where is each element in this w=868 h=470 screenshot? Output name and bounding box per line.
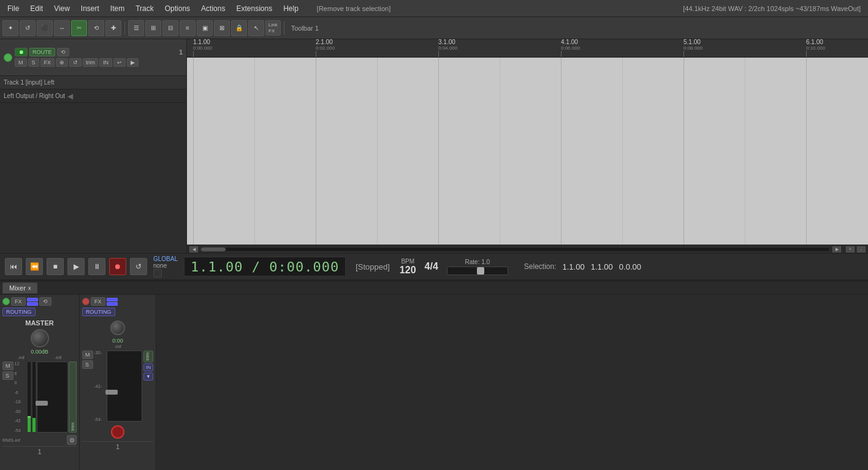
track-in-button[interactable]: IN	[99, 58, 112, 67]
transport-record-btn[interactable]: ⏺	[109, 258, 126, 275]
ch2-routing-btn[interactable]: ROUTING	[82, 308, 115, 316]
bpm-value[interactable]: 120	[400, 265, 416, 276]
ch2-header: FX	[82, 297, 153, 306]
master-power-btn[interactable]	[2, 298, 10, 305]
toolbar-btn-11[interactable]: ≡	[180, 20, 196, 36]
toolbar-btn-1[interactable]: ✦	[2, 20, 18, 36]
rate-slider-thumb[interactable]	[477, 267, 484, 275]
ch2-volume-knob[interactable]	[110, 320, 125, 335]
track-solo-button[interactable]: S	[28, 58, 39, 67]
master-volume-knob[interactable]	[31, 329, 49, 347]
master-routing-btn[interactable]: ROUTING	[2, 308, 36, 316]
scroll-plus-btn[interactable]: +	[846, 246, 855, 252]
mixer-tab[interactable]: Mixer x	[2, 282, 37, 294]
track-mute-button[interactable]: M	[15, 58, 27, 67]
track-trim-button[interactable]: trim	[83, 58, 98, 67]
toolbar-btn-3[interactable]: ⬛	[37, 20, 53, 36]
toolbar-btn-13[interactable]: ⊠	[214, 20, 230, 36]
menu-options[interactable]: Options	[160, 3, 195, 14]
rate-slider[interactable]	[447, 267, 508, 275]
track-loop-btn[interactable]: ↺	[69, 58, 82, 67]
ch2-trim-btn[interactable]: trim	[143, 351, 153, 362]
scroll-left-btn[interactable]: ◀	[189, 246, 198, 252]
global-config-btn[interactable]	[153, 269, 162, 278]
toolbar-btn-9[interactable]: ⊞	[145, 20, 161, 36]
scroll-minus-btn[interactable]: -	[857, 246, 866, 252]
ch2-route-top-btn[interactable]	[107, 298, 118, 301]
ch2-in-btn[interactable]: IN	[143, 363, 153, 371]
ch2-fader-track[interactable]	[107, 351, 143, 422]
menu-help[interactable]: Help	[278, 3, 303, 14]
output-text: Left Output / Right Out	[4, 93, 65, 99]
track-monitor-btn[interactable]: ↩	[113, 58, 126, 67]
toolbar-btn-cursor[interactable]: ↖	[248, 20, 264, 36]
transport-loop-btn[interactable]: ↺	[130, 258, 147, 275]
mixer-tab-close-btn[interactable]: x	[28, 285, 31, 291]
track-route-button[interactable]: ROUTE	[29, 48, 55, 56]
output-arrow-icon: ◀	[67, 92, 73, 100]
global-label: GLOBAL	[153, 256, 178, 262]
master-fx-btn[interactable]: FX	[11, 297, 26, 306]
scroll-track[interactable]	[200, 247, 830, 252]
link-fx-button[interactable]: LinkFX	[265, 20, 281, 36]
track-power-button[interactable]	[4, 53, 12, 62]
toolbar-btn-5[interactable]: ✂	[71, 20, 87, 36]
menu-view[interactable]: View	[49, 3, 75, 14]
ch2-fx-btn[interactable]: FX	[91, 297, 105, 306]
ch2-in-down-btn[interactable]: ▼	[143, 373, 153, 381]
ch2-solo-btn[interactable]: S	[82, 360, 93, 369]
ch2-power-btn[interactable]	[82, 298, 89, 305]
transport-begin-btn[interactable]: ⏮	[5, 258, 22, 275]
ch2-vol-sub: -inf	[82, 344, 153, 349]
toolbar-btn-7[interactable]: ✚	[105, 20, 121, 36]
transport-time-sig[interactable]: 4/4	[420, 261, 443, 272]
toolbar-btn-2[interactable]: ↺	[20, 20, 36, 36]
master-trim-btn[interactable]: trim	[69, 362, 77, 433]
master-solo-btn[interactable]: S	[2, 371, 13, 380]
track-arrow-btn[interactable]: ▶	[127, 58, 139, 67]
master-route-top-btn[interactable]	[27, 298, 38, 301]
transport-pause-btn[interactable]: ⏸	[88, 258, 105, 275]
toolbar-btn-6[interactable]: ⟲	[88, 20, 104, 36]
master-mute-btn[interactable]: M	[2, 362, 13, 370]
transport-bpm-area: BPM 120	[400, 258, 416, 276]
menu-extensions[interactable]: Extensions	[231, 3, 277, 14]
ch2-fader-thumb[interactable]	[105, 390, 118, 395]
transport-play-btn[interactable]: ▶	[67, 258, 85, 275]
transport-back-btn[interactable]: ⏪	[26, 258, 43, 275]
ch2-route-bot-btn[interactable]	[107, 302, 118, 306]
ch2-inf: -inf	[114, 344, 121, 349]
menu-file[interactable]: File	[2, 3, 24, 14]
track-record-arm[interactable]: ⏺	[15, 48, 28, 56]
toolbar-btn-14[interactable]: 🔒	[231, 20, 247, 36]
track-phase-btn[interactable]: ⊕	[56, 58, 68, 67]
menu-bar: File Edit View Insert Item Track Options…	[0, 0, 868, 17]
master-settings-btn[interactable]: ⚙	[67, 435, 77, 445]
ch2-vol-display: 0:00	[82, 338, 153, 344]
app: File Edit View Insert Item Track Options…	[0, 0, 868, 470]
ch2-right-btns: trim IN ▼	[143, 351, 153, 422]
track-fx-button[interactable]: FX	[40, 58, 55, 67]
scroll-right-btn[interactable]: ▶	[832, 246, 841, 252]
mixer-content: FX ⟲ ROUTING MASTER 0.00dB	[0, 295, 868, 470]
toolbar-btn-4[interactable]: ↔	[54, 20, 70, 36]
menu-actions[interactable]: Actions	[196, 3, 230, 14]
menu-edit[interactable]: Edit	[25, 3, 48, 14]
menu-insert[interactable]: Insert	[76, 3, 104, 14]
transport-stop-btn[interactable]: ■	[47, 258, 64, 275]
left-track-panel: ⏺ ROUTE ⟲ 1 M S FX ⊕ ↺ trim IN	[0, 39, 187, 253]
master-fader-thumb[interactable]	[36, 401, 48, 406]
ch2-record-btn[interactable]	[111, 425, 124, 439]
toolbar-btn-12[interactable]: ▣	[197, 20, 213, 36]
master-fader-track[interactable]	[37, 362, 69, 433]
master-route-bot-btn[interactable]	[27, 302, 38, 306]
ch2-mute-btn[interactable]: M	[82, 351, 93, 359]
menu-item[interactable]: Item	[105, 3, 129, 14]
toolbar-btn-10[interactable]: ⊟	[162, 20, 178, 36]
scroll-thumb[interactable]	[201, 248, 226, 251]
track-automation-btn[interactable]: ⟲	[57, 48, 69, 56]
menu-track[interactable]: Track	[131, 3, 159, 14]
master-meter-right-fill	[32, 418, 36, 432]
toolbar-btn-8[interactable]: ☰	[128, 20, 144, 36]
master-automation-btn[interactable]: ⟲	[39, 297, 51, 306]
